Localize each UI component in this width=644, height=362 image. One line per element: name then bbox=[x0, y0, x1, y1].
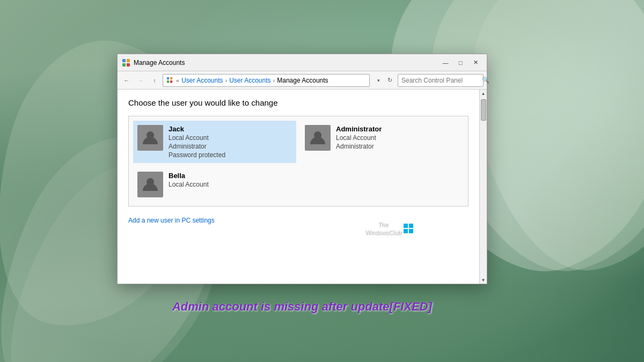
svg-rect-5 bbox=[170, 77, 172, 79]
jack-pw: Password protected bbox=[169, 151, 225, 159]
breadcrumb-user-accounts-2[interactable]: User Accounts bbox=[229, 77, 270, 84]
accounts-grid: Jack Local Account Administrator Passwor… bbox=[133, 121, 464, 202]
jack-avatar bbox=[137, 125, 163, 151]
address-right: ▾ ↻ bbox=[374, 75, 396, 86]
svg-rect-7 bbox=[170, 80, 172, 83]
scrollbar: ▲ ▼ bbox=[479, 90, 487, 284]
close-button[interactable]: ✕ bbox=[469, 57, 482, 68]
jack-type: Local Account bbox=[169, 134, 225, 142]
address-bar: ← → ↑ « User Accounts › User Accounts › … bbox=[118, 71, 487, 90]
bella-name: Bella bbox=[169, 172, 209, 180]
svg-rect-1 bbox=[127, 59, 130, 62]
account-administrator[interactable]: Administrator Local Account Administrato… bbox=[301, 121, 464, 163]
bella-avatar bbox=[137, 172, 163, 197]
jack-info: Jack Local Account Administrator Passwor… bbox=[169, 125, 225, 159]
bella-type: Local Account bbox=[169, 181, 209, 188]
search-box[interactable]: 🔍 bbox=[398, 74, 484, 87]
svg-rect-6 bbox=[167, 80, 169, 83]
minimize-button[interactable]: — bbox=[438, 57, 452, 68]
scroll-down-arrow[interactable]: ▼ bbox=[480, 276, 487, 284]
administrator-name: Administrator bbox=[336, 125, 382, 133]
footer-area: Add a new user in PC settings bbox=[128, 206, 469, 225]
administrator-role: Administrator bbox=[336, 143, 382, 150]
svg-rect-4 bbox=[167, 77, 169, 79]
forward-button[interactable]: → bbox=[135, 75, 147, 86]
page-heading: Choose the user you would like to change bbox=[128, 98, 469, 107]
account-jack[interactable]: Jack Local Account Administrator Passwor… bbox=[133, 121, 296, 163]
breadcrumb-arrow-2: › bbox=[273, 77, 275, 84]
add-user-link[interactable]: Add a new user in PC settings bbox=[128, 217, 215, 224]
accounts-container: Jack Local Account Administrator Passwor… bbox=[128, 116, 469, 206]
content-area: Choose the user you would like to change bbox=[118, 90, 487, 284]
maximize-button[interactable]: □ bbox=[453, 57, 467, 68]
svg-rect-2 bbox=[122, 63, 126, 67]
up-button[interactable]: ↑ bbox=[149, 75, 160, 86]
back-button[interactable]: ← bbox=[121, 75, 133, 86]
scroll-up-arrow[interactable]: ▲ bbox=[480, 90, 487, 97]
manage-accounts-window: Manage Accounts — □ ✕ ← → ↑ « User Accou… bbox=[117, 54, 487, 284]
jack-role: Administrator bbox=[169, 143, 225, 150]
window-controls: — □ ✕ bbox=[438, 57, 482, 68]
account-bella[interactable]: Bella Local Account bbox=[133, 167, 296, 202]
breadcrumb-manage-accounts: Manage Accounts bbox=[277, 77, 328, 84]
breadcrumb-arrow-1: › bbox=[225, 77, 228, 84]
jack-name: Jack bbox=[169, 125, 225, 133]
bella-info: Bella Local Account bbox=[169, 172, 209, 188]
scroll-track[interactable] bbox=[480, 97, 487, 276]
address-field[interactable]: « User Accounts › User Accounts › Manage… bbox=[163, 74, 370, 87]
breadcrumb-sep-1: « bbox=[176, 77, 179, 84]
breadcrumb-user-accounts-1[interactable]: User Accounts bbox=[181, 77, 223, 84]
scroll-thumb[interactable] bbox=[481, 99, 486, 121]
window-title: Manage Accounts bbox=[134, 59, 438, 67]
title-bar: Manage Accounts — □ ✕ bbox=[118, 54, 487, 71]
breadcrumb-icon bbox=[166, 77, 174, 84]
main-content: Choose the user you would like to change bbox=[118, 90, 479, 284]
administrator-type: Local Account bbox=[336, 134, 382, 142]
window-icon bbox=[122, 58, 130, 67]
administrator-avatar bbox=[305, 125, 331, 151]
search-button[interactable]: 🔍 bbox=[482, 77, 489, 84]
refresh-button[interactable]: ↻ bbox=[384, 75, 396, 86]
svg-rect-3 bbox=[127, 63, 130, 67]
search-input[interactable] bbox=[401, 77, 482, 84]
administrator-info: Administrator Local Account Administrato… bbox=[336, 125, 382, 150]
address-dropdown-button[interactable]: ▾ bbox=[374, 75, 383, 86]
svg-rect-0 bbox=[122, 59, 126, 62]
